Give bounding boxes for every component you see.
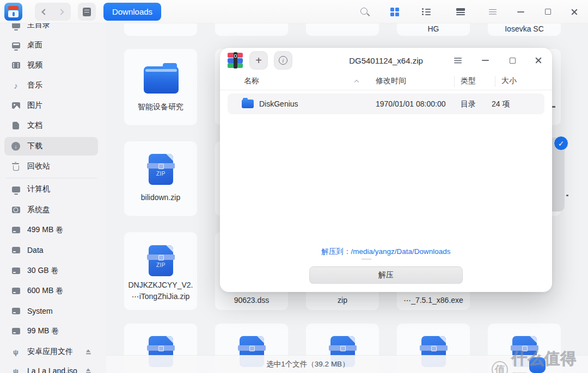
dialog-minimize-button[interactable] [476,51,494,70]
sidebar-item-downloads[interactable]: ↓ 下载 [4,137,98,156]
sidebar-item-label: 30 GB 卷 [27,266,59,276]
sidebar-item-music[interactable]: ♪ 音乐 [4,76,98,95]
drive-icon [11,288,21,294]
file-manager-window: HG Iosevka SC 智能设备研究 ✓ ZIP bilidown.zip … [0,0,588,373]
trash-icon [11,163,21,171]
archive-app-icon [228,53,243,68]
truncated-label-fragment [552,106,555,108]
maximize-icon [545,9,551,15]
extract-path-line: 解压到：/media/yangz/Data/Downloads [220,247,552,257]
sidebar-item-desktop[interactable]: 桌面 [4,36,98,54]
folder-icon [144,66,179,94]
usb-icon: ψ [11,368,21,373]
search-button[interactable] [354,3,372,21]
sidebar-item-computer[interactable]: 计算机 [4,180,98,198]
desktop-icon [11,42,21,48]
table-row-diskgenius[interactable]: DiskGenius 1970/01/01 08:00:00 目录 24 项 [228,94,544,114]
sidebar-item-system-disk[interactable]: 系统盘 [4,201,98,219]
chevron-left-icon [41,9,47,15]
sidebar-item-label: 安卓应用文件 [27,347,73,357]
file-label: 90623.dss [215,295,288,306]
zip-band [147,345,175,351]
maximize-button[interactable] [539,3,557,21]
sidebar-item-label: 计算机 [27,184,50,194]
column-header-name[interactable]: 名称 [244,76,259,86]
column-header-size[interactable]: 大小 [501,76,517,86]
extract-path-link[interactable]: /media/yangz/Data/Downloads [351,247,450,256]
sidebar-item-documents[interactable]: 文档 [4,116,98,135]
cursor-blob [529,357,546,373]
column-header-type[interactable]: 类型 [461,76,476,86]
computer-icon [11,186,21,192]
file-card[interactable] [306,23,379,36]
close-icon [571,8,578,16]
sidebar-item-lalaland-iso[interactable]: ψ La La Land.iso [4,362,98,373]
check-glyph: ✓ [558,139,565,148]
minimize-icon [517,11,524,13]
sidebar-item-label: Data [27,246,44,254]
archive-manager-dialog: + i DG5401124_x64.zip 名称 修改时间 类型 大小 Disk… [220,48,552,292]
sidebar-item-videos[interactable]: 视频 [4,56,98,74]
sidebar-item-volume-600mb[interactable]: 600 MB 卷 [4,282,98,300]
address-toggle-button[interactable] [78,3,96,21]
cell-size: 24 项 [492,94,510,114]
status-bar: 选中1个文件（39.2 MB） [106,355,588,373]
sort-ascending-icon [354,80,359,84]
disk-icon [11,207,21,213]
document-icon [11,122,21,129]
sidebar-item-volume-99mb[interactable]: 99 MB 卷 [4,322,98,340]
sidebar-item-android-files[interactable]: ψ 安卓应用文件 [4,343,98,361]
sidebar-item-system[interactable]: System [4,302,98,320]
selected-check-icon[interactable]: ✓ [554,136,568,151]
chevron-right-icon [58,9,64,15]
file-manager-app-icon [4,3,22,21]
sidebar-item-pictures[interactable]: 图片 [4,96,98,115]
minimize-icon [482,60,489,61]
detail-view-icon [456,8,465,15]
breadcrumb-downloads[interactable]: Downloads [103,3,161,21]
file-label-line2: ⋯iTongZhiJia.zip [132,292,190,301]
file-card[interactable] [124,23,197,36]
eject-icon[interactable] [85,350,91,355]
forward-button[interactable] [53,3,71,21]
panel-icon [83,8,91,16]
dialog-close-button[interactable] [529,51,548,70]
file-card[interactable] [215,23,288,36]
grid-view-button[interactable] [385,3,403,21]
back-button[interactable] [35,3,53,21]
cell-type: 目录 [461,94,476,114]
sidebar-item-volume-499mb[interactable]: 499 MB 卷 [4,221,98,239]
sidebar-item-volume-30gb[interactable]: 30 GB 卷 [4,262,98,280]
dialog-title: DG5401124_x64.zip [302,48,470,73]
info-button[interactable]: i [274,51,292,70]
folder-icon [242,100,254,108]
dialog-maximize-button[interactable] [503,51,522,70]
sidebar-item-label: 桌面 [27,40,42,50]
add-files-button[interactable]: + [249,51,268,70]
zip-badge-text: ZIP [149,262,173,268]
sidebar-item-data[interactable]: Data [4,241,98,259]
sidebar-item-trash[interactable]: 回收站 [4,157,98,176]
column-separator [495,76,495,87]
eject-icon[interactable] [85,369,91,373]
titlebar: Downloads [0,0,588,23]
cell-name: DiskGenius [259,94,298,114]
dialog-menu-button[interactable] [449,51,467,70]
zip-band [511,345,538,351]
main-menu-button[interactable] [483,3,501,21]
extract-button[interactable]: 解压 [309,266,463,284]
detail-view-button[interactable] [451,3,469,21]
file-label: Iosevka SC [488,23,561,35]
file-label: zip [306,295,379,306]
grid-view-icon [390,8,394,11]
column-header-modified[interactable]: 修改时间 [376,76,406,86]
sidebar-item-label: 文档 [27,121,42,130]
close-icon [535,57,542,64]
zip-band [238,345,266,351]
zip-badge-text: ZIP [149,171,173,177]
list-view-button[interactable] [417,3,435,21]
close-button[interactable] [565,3,583,21]
sidebar-item-label: 视频 [27,60,42,70]
minimize-button[interactable] [512,3,530,21]
file-label: bilidown.zip [124,192,197,203]
